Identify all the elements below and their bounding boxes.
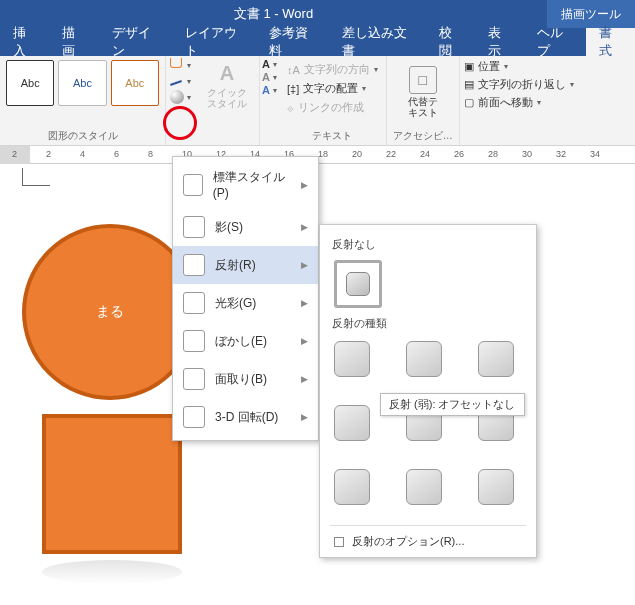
ribbon: Abc Abc Abc 図形のスタイル ▾ ▾ ▾ A クイック スタイル A▾…: [0, 56, 635, 146]
ruler-tick: 20: [352, 149, 362, 159]
reflection-none-label: 反射なし: [330, 233, 526, 256]
reflection-variant-4[interactable]: [334, 405, 370, 441]
reflection-icon: [183, 254, 205, 276]
ruler-tick: 6: [114, 149, 119, 159]
bring-forward-icon: ▢: [464, 96, 474, 109]
effects-icon: [170, 90, 184, 104]
chevron-right-icon: ▶: [301, 412, 308, 422]
align-text-icon: [‡]: [287, 83, 299, 95]
shape-fill-button[interactable]: ▾: [170, 58, 191, 72]
chevron-down-icon: ▾: [187, 61, 191, 70]
text-effects-button[interactable]: A▾: [262, 84, 277, 96]
document-title: 文書 1 - Word: [0, 5, 547, 23]
reflection-variant-8[interactable]: [406, 469, 442, 505]
paint-bucket-icon: [170, 58, 184, 72]
chevron-right-icon: ▶: [301, 298, 308, 308]
ruler-tick: 2: [46, 149, 51, 159]
ruler-tick: 30: [522, 149, 532, 159]
reflection-gallery: 反射なし 反射の種類 反射のオプション(R)...: [319, 224, 537, 558]
preset-icon: [183, 174, 203, 196]
bring-forward-button[interactable]: ▢ 前面へ移動▾: [464, 94, 574, 111]
accessibility-group-label: アクセシビ…: [393, 127, 453, 143]
ruler-tick: 28: [488, 149, 498, 159]
ruler-tick: 8: [148, 149, 153, 159]
shape-style-gallery[interactable]: Abc Abc Abc: [6, 60, 159, 106]
rotation-3d-icon: [183, 406, 205, 428]
reflection-variant-1[interactable]: [334, 341, 370, 377]
reflection-variant-7[interactable]: [334, 469, 370, 505]
reflection-variant-9[interactable]: [478, 469, 514, 505]
ruler-tick: 4: [80, 149, 85, 159]
chevron-down-icon: ▾: [187, 93, 191, 102]
tab-insert[interactable]: 挿入: [0, 28, 49, 56]
reflection-tooltip: 反射 (弱): オフセットなし: [380, 393, 525, 416]
wrap-icon: ▤: [464, 78, 474, 91]
shape-effects-button[interactable]: ▾: [170, 90, 191, 104]
shape-outline-button[interactable]: ▾: [170, 74, 191, 88]
effects-glow[interactable]: 光彩(G) ▶: [173, 284, 318, 322]
shape-effects-menu: 標準スタイル(P) ▶ 影(S) ▶ 反射(R) ▶ 光彩(G) ▶ ぼかし(E…: [172, 156, 319, 441]
shadow-icon: [183, 216, 205, 238]
effects-soft-edges[interactable]: ぼかし(E) ▶: [173, 322, 318, 360]
ruler-tick: 26: [454, 149, 464, 159]
effects-reflection[interactable]: 反射(R) ▶: [173, 246, 318, 284]
effects-3d-rotation[interactable]: 3-D 回転(D) ▶: [173, 398, 318, 436]
position-icon: ▣: [464, 60, 474, 73]
ruler-tick: 24: [420, 149, 430, 159]
tab-mailings[interactable]: 差し込み文書: [329, 28, 425, 56]
shape-style-3[interactable]: Abc: [111, 60, 159, 106]
align-text-button[interactable]: [‡] 文字の配置▾: [287, 79, 378, 98]
alt-text-button[interactable]: □ 代替テ キスト: [393, 60, 453, 124]
create-link-button[interactable]: ⟐ リンクの作成: [287, 98, 378, 117]
tab-review[interactable]: 校閲: [426, 28, 475, 56]
tab-view[interactable]: 表示: [475, 28, 524, 56]
chevron-right-icon: ▶: [301, 374, 308, 384]
tab-layout[interactable]: レイアウト: [172, 28, 257, 56]
wrap-text-button[interactable]: ▤ 文字列の折り返し▾: [464, 76, 574, 93]
reflection-none-option[interactable]: [334, 260, 382, 308]
text-direction-button[interactable]: ↕A 文字列の方向▾: [287, 60, 378, 79]
reflection-variant-2[interactable]: [406, 341, 442, 377]
quick-style-button[interactable]: A クイック スタイル: [201, 60, 253, 111]
reflection-variants-label: 反射の種類: [330, 312, 526, 335]
square-shape[interactable]: [42, 414, 182, 554]
shape-style-1[interactable]: Abc: [6, 60, 54, 106]
shape-text: まる: [96, 303, 124, 321]
ruler-tick: 22: [386, 149, 396, 159]
effects-shadow[interactable]: 影(S) ▶: [173, 208, 318, 246]
alt-text-icon: □: [409, 66, 437, 94]
chevron-right-icon: ▶: [301, 180, 308, 190]
text-fill-button[interactable]: A▾: [262, 58, 277, 70]
text-outline-button[interactable]: A▾: [262, 71, 277, 83]
chevron-down-icon: ▾: [187, 77, 191, 86]
ribbon-tabs: 挿入 描画 デザイン レイアウト 参考資料 差し込み文書 校閲 表示 ヘルプ 書…: [0, 28, 635, 56]
bevel-icon: [183, 368, 205, 390]
options-icon: [334, 537, 344, 547]
tab-references[interactable]: 参考資料: [256, 28, 329, 56]
square-reflection: [42, 560, 182, 584]
chevron-right-icon: ▶: [301, 222, 308, 232]
chevron-right-icon: ▶: [301, 260, 308, 270]
pen-icon: [170, 74, 184, 88]
ruler-tick: 18: [318, 149, 328, 159]
tab-draw[interactable]: 描画: [49, 28, 98, 56]
text-direction-icon: ↕A: [287, 64, 300, 76]
link-icon: ⟐: [287, 102, 294, 114]
soft-edge-icon: [183, 330, 205, 352]
shape-styles-group-label: 図形のスタイル: [6, 127, 159, 143]
wordart-a-icon: A: [220, 62, 234, 85]
text-group-label: テキスト: [287, 127, 378, 143]
tab-design[interactable]: デザイン: [99, 28, 172, 56]
tab-help[interactable]: ヘルプ: [524, 28, 585, 56]
reflection-options-button[interactable]: 反射のオプション(R)...: [330, 525, 526, 557]
tab-format[interactable]: 書式: [586, 28, 635, 56]
shape-style-2[interactable]: Abc: [58, 60, 106, 106]
glow-icon: [183, 292, 205, 314]
effects-bevel[interactable]: 面取り(B) ▶: [173, 360, 318, 398]
effects-preset[interactable]: 標準スタイル(P) ▶: [173, 161, 318, 208]
position-button[interactable]: ▣ 位置▾: [464, 58, 574, 75]
ruler-tick: 2: [12, 149, 17, 159]
ruler-tick: 34: [590, 149, 600, 159]
ruler-tick: 32: [556, 149, 566, 159]
reflection-variant-3[interactable]: [478, 341, 514, 377]
